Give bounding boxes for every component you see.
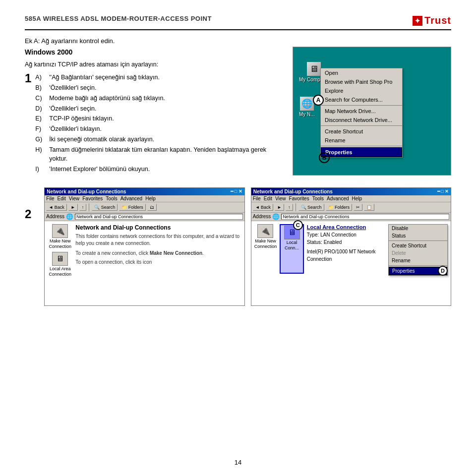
addr-input-left[interactable]: Network and Dial-up Connections: [75, 214, 243, 220]
step-letter: I): [35, 164, 49, 175]
context-menu-win2000: OpenBrowse with Paint Shop ProExploreSea…: [320, 68, 403, 158]
right-tb-search[interactable]: 🔍 Search: [298, 204, 324, 211]
step-text: 'Özellikler'i seçin.: [49, 83, 283, 93]
step-text: 'Özellikler'i tıklayın.: [49, 124, 283, 134]
left-scr-body: 🔌 Make New Connection 🖥 Local Area Conne…: [45, 221, 244, 305]
tb-fwd[interactable]: ►: [68, 204, 78, 211]
step-text: 'Özellikler'i seçin.: [49, 104, 283, 114]
page-number: 14: [235, 459, 241, 466]
menu-file-right[interactable]: File: [253, 196, 261, 201]
right-local-conn-label: Local Conn...: [281, 240, 302, 251]
right-context-menu-item[interactable]: Create Shortcut: [389, 242, 447, 249]
context-menu-item[interactable]: Create Shortcut: [321, 127, 402, 136]
intro-text: Ek A: Ağ ayarlarını kontrol edin.: [25, 37, 115, 45]
menu-favorites-left[interactable]: Favorites: [82, 196, 103, 201]
right-make-new-conn[interactable]: 🔌 Make New Connection: [254, 224, 277, 274]
windows-title: Windows 2000: [25, 47, 283, 58]
right-tb-copy[interactable]: 📋: [364, 204, 374, 211]
step-text: İki seçeneği otomatik olarak ayarlayın.: [49, 134, 283, 145]
menu-edit-left[interactable]: Edit: [57, 196, 65, 201]
left-scr-winctrls: ━ □ ✕: [231, 189, 242, 194]
right-screenshot: Network and Dial-up Connections ━ □ ✕ Fi…: [251, 187, 451, 306]
step-text: ''Ağ Bağlantıları' seçeneğini sağ tıklay…: [49, 72, 283, 83]
local-area-conn-icon[interactable]: 🖥 Local Area Connection: [48, 252, 72, 277]
context-menu-item[interactable]: Open: [321, 68, 402, 77]
addr-icon-left: 🌐: [66, 213, 73, 220]
right-bottom-area: Local Area Connection Type: LAN Connecti…: [307, 224, 448, 276]
right-scr-menubar: File Edit View Favorites Tools Advanced …: [251, 195, 451, 202]
addr-input-right[interactable]: Network and Dial-up Connections: [281, 214, 449, 220]
right-local-conn-icon[interactable]: 🖥 Local Conn...: [280, 224, 304, 274]
context-menu-item[interactable]: Map Network Drive...: [321, 107, 402, 116]
context-menu-item[interactable]: Browse with Paint Shop Pro: [321, 77, 402, 86]
left-info-text2: To create a new connection, click Make N…: [75, 250, 241, 257]
step-letter: A): [35, 72, 49, 83]
addr-label-right: Address: [253, 214, 271, 219]
menu-advanced-right[interactable]: Advanced: [327, 196, 349, 201]
tb-folders[interactable]: 📁 Folders: [119, 204, 146, 211]
type-row: Type: LAN Connection: [307, 231, 385, 238]
step-letter: B): [35, 83, 49, 93]
left-scr-toolbar: ◄ Back ► ↑ 🔍 Search 📁 Folders 🗂: [45, 202, 244, 213]
make-new-conn-icon[interactable]: 🔌 Make New Connection: [48, 224, 72, 249]
menu-tools-left[interactable]: Tools: [106, 196, 117, 201]
step-letter: H): [35, 145, 49, 165]
menu-help-right[interactable]: Help: [352, 196, 362, 201]
right-tb-back[interactable]: ◄ Back: [253, 204, 273, 211]
menu-tools-right[interactable]: Tools: [312, 196, 324, 201]
right-tb-fwd[interactable]: ►: [275, 204, 284, 211]
main-content: Windows 2000 Ağ kartınızı TCP/IP adres a…: [25, 47, 451, 178]
menu-view-left[interactable]: View: [69, 196, 80, 201]
menu-advanced-left[interactable]: Advanced: [120, 196, 142, 201]
left-info-text3: To open a connection, click its icon: [75, 259, 241, 266]
status-row: Status: Enabled: [307, 238, 385, 246]
menu-view-right[interactable]: View: [275, 196, 286, 201]
my-network-icon[interactable]: 🌐 My N...: [299, 97, 315, 117]
tb-search[interactable]: 🔍 Search: [92, 204, 118, 211]
context-menu-item[interactable]: Disconnect Network Drive...: [321, 116, 402, 124]
menu-help-left[interactable]: Help: [145, 196, 156, 201]
right-menu-separator: [389, 265, 447, 266]
left-info-text1: This folder contains network connections…: [75, 233, 241, 247]
tb-history[interactable]: 🗂: [147, 204, 157, 211]
tb-up[interactable]: ↑: [79, 204, 87, 211]
right-context-menu-item[interactable]: Rename: [389, 257, 447, 264]
step-letter: E): [35, 114, 49, 124]
context-menu-item[interactable]: Explore: [321, 86, 402, 95]
circle-b-label: B: [319, 152, 330, 163]
step-row: 1 A)''Ağ Bağlantıları' seçeneğini sağ tı…: [25, 72, 283, 175]
right-tb-up[interactable]: ↑: [286, 204, 293, 211]
right-tb-cut[interactable]: ✂: [354, 204, 362, 211]
menu-separator: [321, 125, 402, 126]
step-letter: G): [35, 134, 49, 145]
addr-icon-right: 🌐: [272, 213, 280, 220]
menu-separator: [321, 146, 402, 146]
left-scr-menubar: File Edit View Favorites Tools Advanced …: [45, 195, 244, 202]
tb-back[interactable]: ◄ Back: [46, 204, 66, 211]
context-menu-item[interactable]: Rename: [321, 136, 402, 145]
left-info-title: Network and Dial-up Connections: [75, 224, 241, 231]
header-title: 585A WIRELESS ADSL MODEM-ROUTER-ACCESS P…: [25, 15, 212, 22]
page: 585A WIRELESS ADSL MODEM-ROUTER-ACCESS P…: [0, 0, 476, 476]
right-icons-row: 🔌 Make New Connection 🖥 Local Conn... C: [254, 224, 304, 274]
right-scr-body: 🔌 Make New Connection 🖥 Local Conn... C: [251, 221, 451, 279]
steps-table: A)''Ağ Bağlantıları' seçeneğini sağ tıkl…: [35, 72, 283, 175]
circle-c-label: C: [293, 220, 303, 230]
left-screenshot: Network and Dial-up Connections ━ □ ✕ Fi…: [44, 187, 244, 306]
right-tb-folders[interactable]: 📁 Folders: [326, 204, 353, 211]
left-info-area: Network and Dial-up Connections This fol…: [75, 224, 241, 302]
context-menu-item[interactable]: Properties: [321, 147, 402, 157]
step-letter: F): [35, 124, 49, 134]
win2000-panel: Windows 2000 🖥 My Computer 🌐 My N...: [293, 47, 451, 178]
right-context-menu-item[interactable]: Status: [389, 232, 447, 239]
right-scr-title-text: Network and Dial-up Connections: [253, 189, 333, 194]
menu-favorites-right[interactable]: Favorites: [289, 196, 309, 201]
local-area-title[interactable]: Local Area Connection: [307, 224, 385, 230]
right-scr-toolbar: ◄ Back ► ↑ 🔍 Search 📁 Folders ✂ 📋: [251, 202, 451, 213]
menu-file-left[interactable]: File: [46, 196, 54, 201]
menu-edit-right[interactable]: Edit: [264, 196, 272, 201]
header: 585A WIRELESS ADSL MODEM-ROUTER-ACCESS P…: [25, 15, 451, 30]
context-menu-item[interactable]: Search for Computers...: [321, 95, 402, 104]
windows-desc: Ağ kartınızı TCP/IP adres ataması için a…: [25, 60, 283, 69]
right-context-menu-item[interactable]: Disable: [389, 225, 447, 232]
